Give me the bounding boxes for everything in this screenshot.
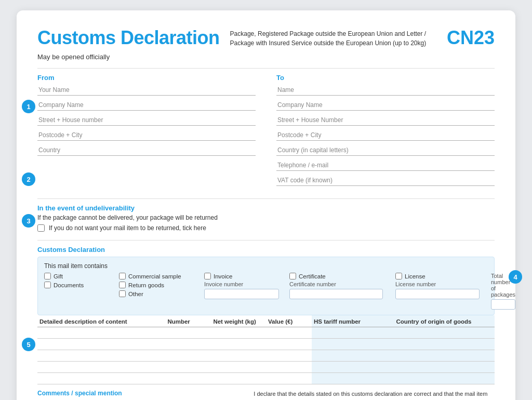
certificate-number-label: Certificate number — [289, 281, 393, 287]
license-label: License — [405, 273, 425, 279]
license-number-label: License number — [395, 281, 489, 287]
certificate-label: Certificate — [299, 273, 326, 279]
license-group: License License number — [395, 273, 489, 299]
table-row — [37, 362, 495, 373]
documents-checkbox-item: Documents — [44, 282, 117, 288]
header-description: Package, Registered Package outside the … — [220, 29, 447, 48]
certificate-number-input[interactable] — [289, 289, 383, 299]
declaration-section: I declare that the details stated on thi… — [254, 390, 495, 400]
total-packages-input[interactable] — [491, 299, 515, 310]
from-to-section: From To — [37, 74, 495, 189]
country-cell — [394, 327, 495, 339]
step-badge-2: 2 — [22, 172, 35, 186]
undeliverability-label: In the event of undeliverability — [37, 204, 495, 212]
license-checkbox[interactable] — [395, 273, 402, 279]
commercial-sample-checkbox[interactable] — [119, 273, 126, 279]
invoice-label: Invoice — [214, 273, 232, 279]
gift-label: Gift — [54, 273, 63, 279]
from-postcode-city[interactable] — [37, 129, 256, 141]
return-checkbox[interactable] — [37, 224, 45, 232]
to-country-capitals[interactable] — [276, 144, 495, 156]
col-header-number: Number — [165, 315, 211, 327]
to-street-house[interactable] — [276, 114, 495, 126]
return-checkbox-row: If you do not want your mail item to be … — [37, 224, 495, 232]
to-section: To — [276, 74, 495, 189]
comments-section: Comments / special mention (For example,… — [37, 390, 238, 400]
return-checkbox-label: If you do not want your mail item to be … — [49, 224, 206, 232]
to-label: To — [276, 74, 495, 82]
from-country[interactable] — [37, 144, 256, 156]
documents-checkbox[interactable] — [44, 282, 51, 288]
to-name[interactable] — [276, 84, 495, 96]
return-goods-checkbox[interactable] — [119, 282, 126, 288]
customs-section: Customs Declaration This mail item conta… — [37, 246, 495, 384]
customs-declaration-page: 1 2 3 4 5 6 Customs Declaration Package,… — [17, 10, 515, 400]
invoice-number-label: Invoice number — [204, 281, 287, 287]
desc-cell — [37, 327, 165, 339]
page-title: Customs Declaration — [37, 27, 220, 49]
certificate-checkbox-item: Certificate — [289, 273, 393, 279]
content-table: Detailed description of content Number N… — [37, 315, 495, 384]
other-checkbox[interactable] — [119, 290, 126, 297]
from-label: From — [37, 74, 256, 82]
invoice-checkbox[interactable] — [204, 273, 211, 279]
page-header: Customs Declaration Package, Registered … — [37, 27, 495, 49]
documents-label: Documents — [54, 282, 84, 288]
table-row — [37, 373, 495, 384]
step-badge-1: 1 — [22, 100, 35, 113]
invoice-number-input[interactable] — [204, 289, 279, 299]
to-postcode-city[interactable] — [276, 129, 495, 141]
middle-checkboxes: Commercial sample Return goods Other — [119, 273, 202, 297]
invoice-checkbox-item: Invoice — [204, 273, 287, 279]
total-packages-group: Total number of packages — [491, 273, 515, 310]
gift-checkbox[interactable] — [44, 273, 51, 279]
return-goods-item: Return goods — [119, 282, 202, 288]
customs-label: Customs Declaration — [37, 246, 495, 254]
declaration-text: I declare that the details stated on thi… — [254, 390, 495, 400]
weight-cell — [211, 327, 266, 339]
other-label: Other — [128, 291, 143, 297]
from-company-name[interactable] — [37, 99, 256, 111]
from-section: From — [37, 74, 256, 189]
table-row — [37, 327, 495, 339]
to-vat-code[interactable] — [276, 174, 495, 186]
step-badge-3: 3 — [22, 214, 35, 228]
certificate-checkbox[interactable] — [289, 273, 296, 279]
commercial-sample-label: Commercial sample — [128, 273, 181, 279]
may-open-label: May be opened officially — [37, 53, 495, 61]
col-header-value: Value (€) — [266, 315, 312, 327]
mail-item-label: This mail item contains — [44, 262, 488, 270]
undeliverability-section: In the event of undeliverability If the … — [37, 204, 495, 232]
commercial-sample-item: Commercial sample — [119, 273, 202, 279]
invoice-group: Invoice Invoice number — [204, 273, 287, 299]
from-your-name[interactable] — [37, 84, 256, 96]
hs-cell — [312, 327, 394, 339]
total-packages-label: Total number of packages — [491, 273, 515, 298]
other-item: Other — [119, 290, 202, 297]
from-street-house[interactable] — [37, 114, 256, 126]
certificate-group: Certificate Certificate number — [289, 273, 393, 299]
license-checkbox-item: License — [395, 273, 489, 279]
col-header-country: Country of origin of goods — [394, 315, 495, 327]
step-badge-5: 5 — [22, 338, 35, 351]
license-number-input[interactable] — [395, 289, 480, 299]
cn-code: CN23 — [447, 27, 495, 49]
col-header-weight: Net weight (kg) — [211, 315, 266, 327]
comments-label: Comments / special mention — [37, 390, 238, 397]
to-company-name[interactable] — [276, 99, 495, 111]
col-header-description: Detailed description of content — [37, 315, 165, 327]
col-header-hs: HS tariff number — [312, 315, 394, 327]
bottom-section: Comments / special mention (For example,… — [37, 390, 495, 400]
gift-checkbox-item: Gift — [44, 273, 117, 279]
table-row — [37, 350, 495, 362]
return-goods-label: Return goods — [128, 282, 164, 288]
undeliverability-text: If the package cannot be delivered, your… — [37, 214, 495, 221]
to-telephone-email[interactable] — [276, 159, 495, 171]
left-checkboxes: Gift Documents — [44, 273, 117, 288]
number-cell — [165, 327, 211, 339]
customs-type-row: This mail item contains Gift Documents — [37, 257, 495, 315]
table-row — [37, 339, 495, 350]
value-cell — [266, 327, 312, 339]
